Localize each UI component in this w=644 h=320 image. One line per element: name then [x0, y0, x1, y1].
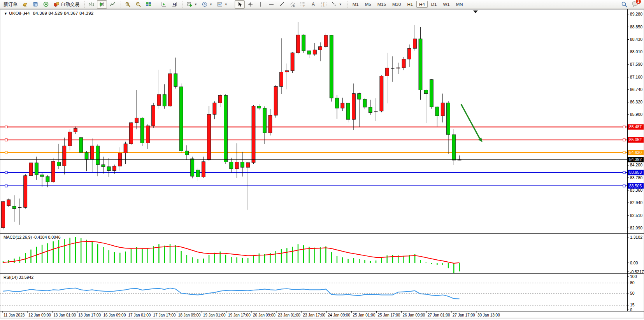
gold-ingot-icon [22, 1, 28, 7]
candle-down [330, 35, 333, 98]
timeframe-button-M1[interactable]: M1 [350, 1, 361, 8]
candle-up [68, 132, 72, 146]
timeframe-button-MN[interactable]: MN [453, 1, 466, 8]
line-handle[interactable] [623, 139, 625, 141]
toolbar-right: 1 [621, 0, 642, 9]
axis-tick-label: 86.740 [630, 87, 642, 92]
candle-down [179, 87, 183, 151]
axis-tick-label: -0.5217 [630, 269, 644, 274]
trendline-tool[interactable] [277, 0, 287, 9]
tile-windows-icon[interactable] [144, 0, 154, 9]
axis-tick-label: 84.200 [630, 163, 642, 167]
timeframe-button-M15[interactable]: M15 [375, 1, 389, 8]
timeframe-button-D1[interactable]: D1 [428, 1, 440, 8]
line-handle[interactable] [5, 126, 7, 128]
candle-down [140, 118, 144, 143]
candle-down [424, 90, 428, 93]
time-label: 11 Jan 2023 [4, 313, 25, 317]
line-handle[interactable] [623, 185, 625, 187]
candle-up [235, 162, 239, 169]
ohlc-low: 84.367 [64, 11, 78, 16]
candle-down [335, 98, 339, 108]
candle-up [441, 103, 444, 116]
candle-down [79, 138, 83, 152]
candle-up [319, 47, 322, 50]
notifications-button[interactable]: 1 [632, 0, 639, 9]
vertical-line-tool[interactable] [256, 0, 266, 9]
candle-up [352, 94, 355, 120]
line-handle[interactable] [623, 171, 625, 174]
candle-down [307, 51, 311, 54]
candle-up [157, 94, 161, 105]
candle-up [113, 166, 116, 170]
navigator-icon[interactable] [41, 0, 51, 9]
indicators-button[interactable]: ▼ [184, 0, 199, 9]
toolbar: 新订单 自动交易 [0, 0, 644, 9]
template-icon [217, 1, 223, 7]
line-handle[interactable] [5, 139, 7, 141]
time-label: 12 Jan 09:00 [28, 313, 51, 317]
crosshair-tool[interactable] [245, 0, 255, 9]
candlesticks-icon[interactable] [97, 0, 107, 9]
timeframe-button-H1[interactable]: H1 [404, 1, 416, 8]
fibonacci-tool[interactable]: F [298, 0, 308, 9]
timeframe-button-M5[interactable]: M5 [362, 1, 374, 8]
auto-trading-button[interactable]: 自动交易 [51, 0, 81, 9]
chart-window[interactable]: 89.28088.85088.43088.01087.59087.16086.7… [0, 9, 644, 320]
shift-chart-icon[interactable] [159, 0, 169, 9]
svg-text:F: F [304, 5, 305, 7]
magnifier-minus-icon [135, 1, 141, 7]
symbol-dropdown-icon[interactable]: ▼ [4, 12, 7, 16]
candle-up [291, 53, 294, 71]
candle-down [230, 162, 233, 169]
arrows-shapes-icon [331, 1, 337, 7]
time-label: 27 Jan 01:00 [428, 313, 450, 317]
timeframe-button-M30[interactable]: M30 [390, 1, 404, 8]
data-window-icon[interactable] [30, 0, 40, 9]
periods-button[interactable]: ▼ [200, 0, 214, 9]
timeframe-button-W1[interactable]: W1 [440, 1, 453, 8]
axis-tick-label: 0.00 [630, 261, 638, 265]
price-tag-label: 85.052 [629, 137, 642, 142]
search-icon[interactable] [621, 1, 628, 8]
line-handle[interactable] [5, 171, 7, 174]
candle-up [380, 76, 383, 111]
candle-down [46, 177, 49, 182]
candle-down [257, 106, 261, 108]
equidistant-channel-tool[interactable]: E [287, 0, 297, 9]
shapes-button[interactable]: ▼ [329, 0, 344, 9]
templates-button[interactable]: ▼ [215, 0, 230, 9]
line-handle[interactable] [623, 151, 625, 154]
line-handle[interactable] [5, 151, 7, 154]
horizontal-line-tool[interactable] [266, 0, 276, 9]
line-chart-icon[interactable] [107, 0, 118, 9]
auto-scroll-icon[interactable] [169, 0, 179, 9]
candle-up [202, 162, 205, 177]
zoom-out-icon[interactable] [133, 0, 143, 9]
candle-down [358, 94, 361, 100]
rsi-value: 33.5942 [19, 275, 33, 280]
toolbar-separator [82, 1, 85, 8]
candle-up [63, 146, 66, 166]
zoom-in-icon[interactable] [123, 0, 133, 9]
chart-canvas[interactable]: 89.28088.85088.43088.01087.59087.16086.7… [0, 9, 644, 320]
market-watch-icon[interactable] [20, 0, 30, 9]
candle-down [35, 163, 38, 175]
axis-tick-label: 100 [630, 274, 637, 279]
new-order-button[interactable]: 新订单 [2, 0, 19, 9]
text-tool[interactable]: A [308, 0, 318, 9]
line-handle[interactable] [623, 126, 625, 128]
time-label: 26 Jan 09:00 [403, 313, 425, 317]
candle-up [129, 123, 133, 144]
price-tag-label: 84.630 [629, 150, 642, 155]
line-handle[interactable] [5, 185, 7, 187]
bar-chart-icon [88, 1, 95, 7]
cursor-tool[interactable] [235, 0, 245, 9]
text-label-tool[interactable]: T [319, 0, 329, 9]
ohlc-bars-icon[interactable] [86, 0, 97, 9]
timeframe-button-H4[interactable]: H4 [416, 1, 428, 8]
toolbar-separator [230, 1, 233, 8]
candle-down [185, 151, 188, 155]
candle-down [191, 159, 194, 176]
symbol-period-text: UKOil-,H4 [9, 11, 30, 16]
